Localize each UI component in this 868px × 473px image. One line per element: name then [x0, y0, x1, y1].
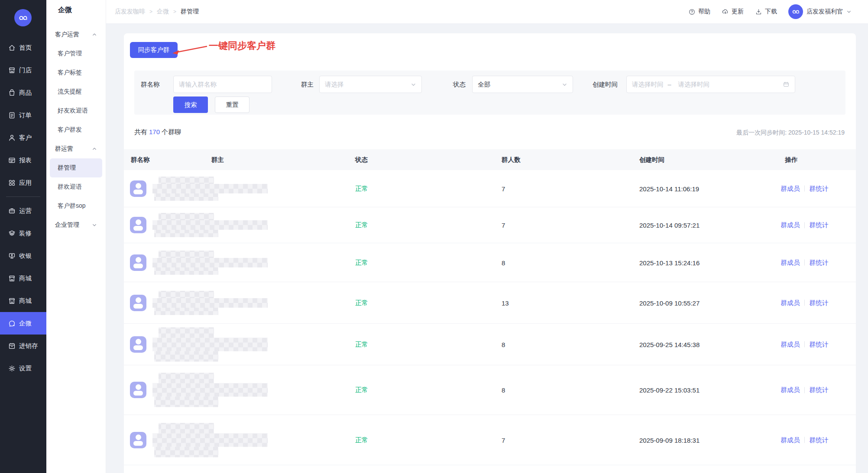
row-actions: 群成员群统计 — [781, 221, 829, 229]
sidebar-item[interactable]: 客户群发 — [50, 120, 102, 139]
table-header: 群名称群主状态群人数创建时间操作 — [124, 149, 856, 170]
topbar-actions: 帮助更新下载店发发福利官 — [688, 4, 852, 19]
rail-item-wecom[interactable]: 企微 — [0, 312, 46, 335]
chevron-down-icon — [846, 9, 852, 14]
reset-button[interactable]: 重置 — [215, 97, 249, 113]
group-stats-link[interactable]: 群统计 — [809, 340, 829, 348]
rail-item-settings[interactable]: 设置 — [0, 357, 46, 380]
status-text: 正常 — [355, 340, 368, 348]
rail-item-order[interactable]: 订单 — [0, 104, 46, 126]
table-row: 正常72025-10-14 11:06:19群成员群统计 — [124, 170, 856, 207]
redacted-group-name — [152, 177, 268, 201]
redaction-block — [152, 338, 268, 351]
sidebar-item[interactable]: 群欢迎语 — [50, 177, 102, 196]
topbar-action-label: 帮助 — [698, 8, 710, 16]
settings-icon — [8, 364, 16, 373]
redaction-block — [154, 397, 218, 407]
sidebar-item[interactable]: 好友欢迎语 — [50, 101, 102, 120]
group-members-link[interactable]: 群成员 — [781, 258, 800, 267]
user-avatar — [788, 4, 803, 19]
redacted-group-name — [152, 213, 268, 237]
avatar-body-shape — [133, 391, 143, 396]
column-header: 状态 — [355, 149, 368, 170]
member-count: 8 — [502, 259, 505, 266]
sidebar-section-label: 客户运营 — [55, 31, 79, 39]
rail-item-label: 装修 — [19, 229, 32, 238]
sidebar-section-0[interactable]: 客户运营 — [46, 25, 106, 44]
sidebar-section-label: 群运营 — [55, 145, 73, 153]
avatar-body-shape — [133, 190, 143, 194]
group-stats-link[interactable]: 群统计 — [809, 184, 829, 193]
secondary-sidebar: 企微 客户运营客户管理客户标签流失提醒好友欢迎语客户群发群运营群管理群欢迎语客户… — [46, 0, 106, 473]
group-members-link[interactable]: 群成员 — [781, 386, 800, 394]
status-text: 正常 — [355, 386, 368, 394]
redaction-block — [159, 213, 214, 220]
group-stats-link[interactable]: 群统计 — [809, 436, 829, 444]
sidebar-section-1[interactable]: 群运营 — [46, 139, 106, 158]
status-text: 正常 — [355, 184, 368, 193]
group-name-label: 群名称 — [141, 76, 160, 93]
search-button[interactable]: 搜索 — [173, 97, 208, 113]
chevron-down-icon — [562, 82, 567, 87]
topbar-cloud-update-button[interactable]: 更新 — [722, 8, 744, 16]
redacted-group-name — [152, 291, 268, 315]
group-stats-link[interactable]: 群统计 — [809, 299, 829, 307]
group-members-link[interactable]: 群成员 — [781, 221, 800, 229]
rail-item-home[interactable]: 首页 — [0, 36, 46, 59]
group-stats-link[interactable]: 群统计 — [809, 258, 829, 267]
redaction-block — [152, 184, 268, 193]
topbar-action-label: 更新 — [732, 8, 744, 16]
rail-item-goods[interactable]: 商品 — [0, 81, 46, 104]
group-name-input[interactable] — [173, 76, 272, 93]
rail-item-store[interactable]: 门店 — [0, 59, 46, 81]
action-divider — [804, 437, 805, 443]
created-time: 2025-10-14 09:57:21 — [639, 222, 700, 229]
topbar-download-button[interactable]: 下载 — [755, 8, 777, 16]
sidebar-section-2[interactable]: 企业管理 — [46, 216, 106, 235]
mall-icon — [8, 274, 16, 283]
cashier-icon — [8, 252, 16, 260]
status-text: 正常 — [355, 221, 368, 229]
sidebar-item[interactable]: 客户群sop — [50, 196, 102, 216]
store-icon — [8, 66, 16, 74]
group-members-link[interactable]: 群成员 — [781, 299, 800, 307]
rail-item-mall[interactable]: 商城 — [0, 290, 46, 312]
avatar-head-shape — [136, 183, 141, 189]
avatar-body-shape — [133, 441, 143, 446]
sidebar-item[interactable]: 客户管理 — [50, 44, 102, 63]
owner-select[interactable]: 请选择 — [319, 76, 422, 93]
rail-item-inventory[interactable]: 进销存 — [0, 335, 46, 357]
group-members-link[interactable]: 群成员 — [781, 436, 800, 444]
breadcrumb-item[interactable]: 企微 — [157, 8, 169, 16]
group-avatar — [130, 336, 146, 353]
status-select[interactable]: 全部 — [472, 76, 573, 93]
app-logo[interactable] — [14, 9, 32, 26]
rail-item-cashier[interactable]: 收银 — [0, 245, 46, 267]
rail-item-label: 运营 — [19, 207, 32, 215]
rail-item-customer[interactable]: 客户 — [0, 126, 46, 149]
rail-item-apps[interactable]: 应用 — [0, 171, 46, 194]
rail-item-operation[interactable]: 运营 — [0, 199, 46, 222]
created-time-range[interactable]: 请选择时间 – 请选择时间 — [626, 76, 795, 93]
redaction-block — [159, 373, 214, 383]
customer-icon — [8, 134, 16, 142]
group-stats-link[interactable]: 群统计 — [809, 221, 829, 229]
sidebar-item[interactable]: 流失提醒 — [50, 82, 102, 101]
row-actions: 群成员群统计 — [781, 299, 829, 307]
sidebar-item[interactable]: 客户标签 — [50, 63, 102, 82]
rail-item-report[interactable]: 报表 — [0, 149, 46, 171]
member-count: 13 — [502, 299, 509, 306]
topbar-help-button[interactable]: 帮助 — [688, 8, 710, 16]
row-actions: 群成员群统计 — [781, 340, 829, 348]
rail-item-decorate[interactable]: 装修 — [0, 222, 46, 245]
sidebar-item-active[interactable]: 群管理 — [50, 158, 102, 177]
group-members-link[interactable]: 群成员 — [781, 340, 800, 348]
order-icon — [8, 111, 16, 119]
user-menu[interactable]: 店发发福利官 — [788, 4, 852, 19]
group-count-summary: 共有170个群聊 — [134, 128, 181, 136]
rail-item-mall[interactable]: 商城 — [0, 267, 46, 290]
group-avatar — [130, 217, 146, 233]
breadcrumb-item[interactable]: 店发发咖啡 — [115, 8, 145, 16]
group-stats-link[interactable]: 群统计 — [809, 386, 829, 394]
group-members-link[interactable]: 群成员 — [781, 184, 800, 193]
